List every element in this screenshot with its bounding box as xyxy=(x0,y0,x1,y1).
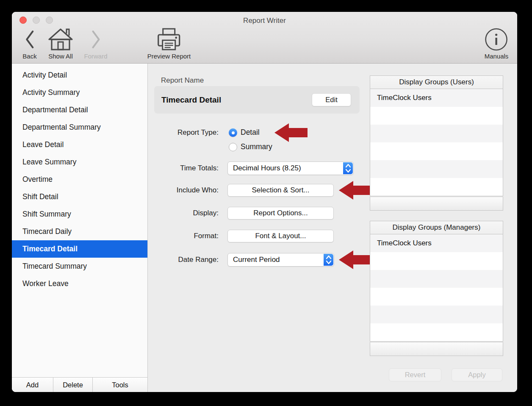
sidebar-item-shift-detail[interactable]: Shift Detail xyxy=(12,188,147,206)
forward-label: Forward xyxy=(84,53,107,60)
sidebar-item-overtime[interactable]: Overtime xyxy=(12,171,147,188)
report-name-label: Report Name xyxy=(161,76,204,85)
time-totals-select[interactable]: Decimal Hours (8.25) xyxy=(227,161,354,175)
back-label: Back xyxy=(22,53,36,60)
back-button[interactable]: Back xyxy=(22,27,36,60)
sidebar-item-worker-leave[interactable]: Worker Leave xyxy=(12,275,147,292)
sidebar-item-leave-detail[interactable]: Leave Detail xyxy=(12,136,147,153)
home-icon xyxy=(48,27,73,52)
tools-button[interactable]: Tools xyxy=(93,378,147,392)
managers-panel-footer xyxy=(370,342,503,356)
delete-report-button[interactable]: Delete xyxy=(53,378,93,392)
show-all-button[interactable]: Show All xyxy=(48,27,73,60)
sidebar-item-shift-summary[interactable]: Shift Summary xyxy=(12,206,147,223)
managers-panel-title: Display Groups (Managers) xyxy=(370,221,503,234)
detail-option-label[interactable]: Detail xyxy=(241,128,260,137)
managers-group-item[interactable]: TimeClock Users xyxy=(370,234,503,252)
display-groups-users-panel: Display Groups (Users) TimeClock Users xyxy=(370,75,503,211)
title-toolbar: Report Writer Back Show All Forw xyxy=(12,12,517,64)
updown-chevrons-icon xyxy=(343,162,353,174)
updown-chevrons-icon xyxy=(324,254,333,266)
list-stripe xyxy=(370,107,503,125)
edit-button[interactable]: Edit xyxy=(312,93,351,106)
sidebar-item-timecard-detail[interactable]: Timecard Detail xyxy=(12,240,147,258)
sidebar-footer: Add Delete Tools xyxy=(12,377,147,392)
sidebar-item-activity-summary[interactable]: Activity Summary xyxy=(12,84,147,101)
chevron-right-icon xyxy=(90,27,101,52)
users-panel-title: Display Groups (Users) xyxy=(370,75,503,89)
list-stripe xyxy=(370,323,503,341)
list-stripe xyxy=(370,252,503,270)
report-list: Activity Detail Activity Summary Departm… xyxy=(12,67,147,292)
arrow-annotation-date-range xyxy=(339,250,372,269)
date-range-value: Current Period xyxy=(233,256,280,264)
report-name-value: Timecard Detail xyxy=(161,95,312,105)
time-totals-label: Time Totals: xyxy=(148,164,219,172)
info-circle-icon xyxy=(485,27,508,52)
report-type-label: Report Type: xyxy=(148,128,219,137)
detail-radio[interactable] xyxy=(229,128,237,137)
users-panel-footer xyxy=(370,197,503,211)
format-label: Format: xyxy=(148,232,219,240)
list-stripe xyxy=(370,306,503,323)
list-stripe xyxy=(370,142,503,160)
sidebar-item-leave-summary[interactable]: Leave Summary xyxy=(12,153,147,171)
users-group-item[interactable]: TimeClock Users xyxy=(370,89,503,107)
sidebar-item-departmental-detail[interactable]: Departmental Detail xyxy=(12,101,147,119)
include-who-label: Include Who: xyxy=(148,186,219,195)
list-stripe xyxy=(370,125,503,142)
window-title: Report Writer xyxy=(12,17,517,25)
list-stripe xyxy=(370,270,503,288)
summary-radio[interactable] xyxy=(229,143,237,151)
selection-sort-button[interactable]: Selection & Sort... xyxy=(227,184,334,197)
report-list-sidebar: Activity Detail Activity Summary Departm… xyxy=(12,64,148,392)
summary-option-label[interactable]: Summary xyxy=(241,142,272,151)
revert-button[interactable]: Revert xyxy=(389,368,441,381)
manuals-label: Manuals xyxy=(485,53,509,60)
chevron-left-icon xyxy=(24,27,35,52)
forward-button[interactable]: Forward xyxy=(84,27,107,60)
preview-report-button[interactable]: Preview Report xyxy=(147,27,191,60)
list-stripe xyxy=(370,178,503,196)
report-settings-pane: Report Name Timecard Detail Edit Report … xyxy=(148,64,517,392)
sidebar-item-activity-detail[interactable]: Activity Detail xyxy=(12,67,147,84)
sidebar-item-timecard-daily[interactable]: Timecard Daily xyxy=(12,223,147,240)
preview-report-label: Preview Report xyxy=(147,53,191,60)
font-layout-button[interactable]: Font & Layout... xyxy=(227,230,334,242)
show-all-label: Show All xyxy=(48,53,73,60)
list-stripe xyxy=(370,160,503,178)
sidebar-item-timecard-summary[interactable]: Timecard Summary xyxy=(12,258,147,275)
report-name-box: Timecard Detail Edit xyxy=(154,86,360,114)
users-group-list: TimeClock Users xyxy=(370,89,503,196)
managers-group-list: TimeClock Users xyxy=(370,234,503,342)
display-label: Display: xyxy=(148,209,219,217)
manuals-button[interactable]: Manuals xyxy=(485,27,509,60)
report-writer-window: Report Writer Back Show All Forw xyxy=(12,12,517,392)
printer-icon xyxy=(157,27,181,52)
arrow-annotation-report-type xyxy=(274,123,308,142)
time-totals-value: Decimal Hours (8.25) xyxy=(233,164,301,172)
report-options-button[interactable]: Report Options... xyxy=(227,207,334,220)
apply-button[interactable]: Apply xyxy=(452,368,502,381)
arrow-annotation-include-who xyxy=(339,181,372,200)
sidebar-item-departmental-summary[interactable]: Departmental Summary xyxy=(12,119,147,136)
date-range-select[interactable]: Current Period xyxy=(227,253,334,267)
display-groups-managers-panel: Display Groups (Managers) TimeClock User… xyxy=(370,221,503,356)
date-range-label: Date Range: xyxy=(148,256,219,264)
list-stripe xyxy=(370,288,503,306)
add-report-button[interactable]: Add xyxy=(12,378,53,392)
